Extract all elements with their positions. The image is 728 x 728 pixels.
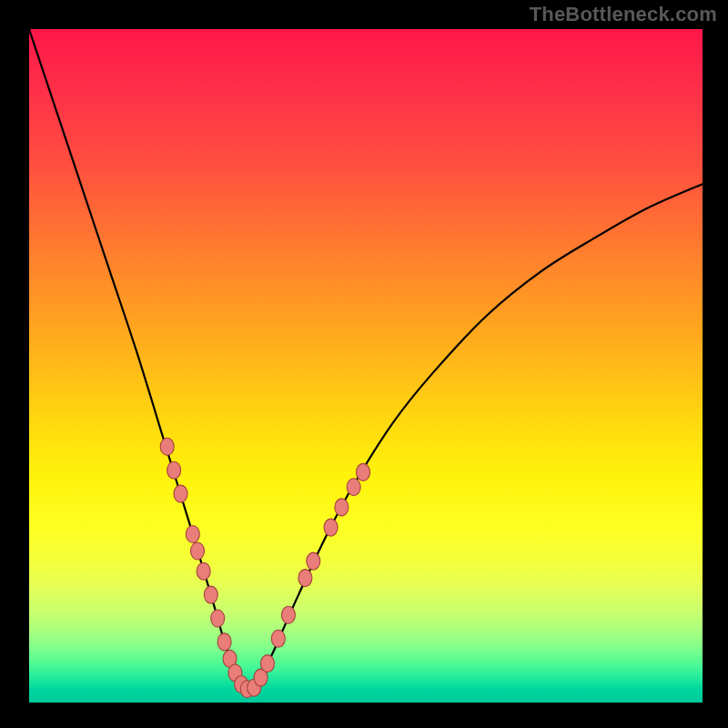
watermark-text: TheBottleneck.com [530, 3, 717, 26]
data-marker [197, 562, 210, 580]
marker-group [160, 438, 369, 697]
data-marker [191, 542, 205, 560]
data-marker [357, 463, 370, 480]
data-marker [335, 499, 349, 516]
data-marker [160, 438, 174, 455]
data-marker [204, 586, 217, 603]
data-marker [281, 606, 295, 623]
chart-container: TheBottleneck.com [0, 0, 728, 728]
data-marker [307, 552, 320, 570]
data-marker [347, 479, 360, 496]
plot-area [29, 29, 703, 703]
data-marker [260, 655, 274, 672]
data-marker [217, 633, 231, 651]
bottleneck-curve [29, 29, 703, 691]
data-marker [298, 570, 312, 587]
data-marker [211, 610, 225, 627]
chart-svg [29, 29, 703, 703]
data-marker [271, 630, 285, 647]
data-marker [174, 485, 187, 502]
data-marker [186, 526, 199, 543]
data-marker [324, 519, 338, 536]
data-marker [167, 461, 181, 479]
